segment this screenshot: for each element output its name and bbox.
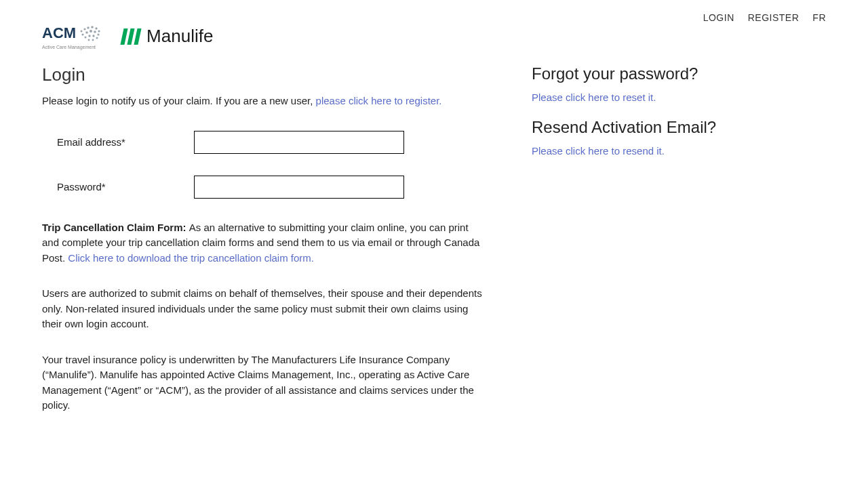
- password-row: Password*: [42, 176, 483, 199]
- resend-activation-heading: Resend Activation Email?: [532, 118, 826, 137]
- svg-point-15: [88, 39, 90, 41]
- acm-logo-subtext: Active Care Management: [42, 45, 96, 49]
- manulife-logo-text: Manulife: [146, 26, 213, 47]
- nav-register-link[interactable]: REGISTER: [748, 12, 800, 23]
- authorization-info: Users are authorized to submit claims on…: [42, 286, 483, 332]
- resend-activation-link[interactable]: Please click here to resend it.: [532, 145, 826, 157]
- svg-point-8: [90, 30, 92, 33]
- password-label: Password*: [57, 181, 194, 192]
- svg-point-13: [92, 35, 94, 37]
- acm-logo-text: ACM: [42, 26, 76, 41]
- svg-point-12: [88, 35, 90, 37]
- manulife-logo: Manulife: [122, 26, 213, 47]
- logo-bar: ACM Active Care Management: [42, 23, 826, 49]
- login-heading: Login: [42, 64, 483, 85]
- svg-point-11: [85, 37, 87, 39]
- manulife-bars-icon: [122, 28, 140, 45]
- globe-icon: [77, 23, 103, 43]
- nav-login-link[interactable]: LOGIN: [703, 12, 734, 23]
- email-row: Email address*: [42, 131, 483, 154]
- svg-point-7: [85, 31, 88, 34]
- trip-cancellation-info: Trip Cancellation Claim Form: As an alte…: [42, 220, 483, 266]
- svg-point-6: [82, 33, 84, 35]
- forgot-password-heading: Forgot your password?: [532, 64, 826, 83]
- login-section: Login Please login to notify us of your …: [42, 64, 483, 434]
- svg-point-0: [81, 30, 83, 33]
- svg-point-9: [94, 30, 96, 33]
- reset-password-link[interactable]: Please click here to reset it.: [532, 92, 826, 103]
- svg-point-2: [87, 26, 89, 28]
- login-subtext: Please login to notify us of your claim.…: [42, 94, 483, 109]
- acm-logo: ACM Active Care Management: [42, 23, 103, 49]
- svg-point-14: [96, 37, 98, 39]
- svg-point-4: [95, 27, 97, 29]
- svg-point-5: [98, 30, 100, 32]
- password-field[interactable]: [194, 176, 404, 199]
- email-label: Email address*: [57, 136, 194, 148]
- svg-point-1: [84, 28, 86, 30]
- underwriter-info: Your travel insurance policy is underwri…: [42, 352, 483, 413]
- email-field[interactable]: [194, 131, 404, 154]
- register-inline-link[interactable]: please click here to register.: [316, 95, 442, 106]
- help-section: Forgot your password? Please click here …: [510, 64, 826, 434]
- nav-language-toggle[interactable]: FR: [812, 12, 826, 23]
- svg-point-10: [98, 33, 100, 35]
- svg-point-3: [91, 26, 94, 28]
- download-form-link[interactable]: Click here to download the trip cancella…: [68, 252, 314, 264]
- svg-point-16: [92, 39, 94, 41]
